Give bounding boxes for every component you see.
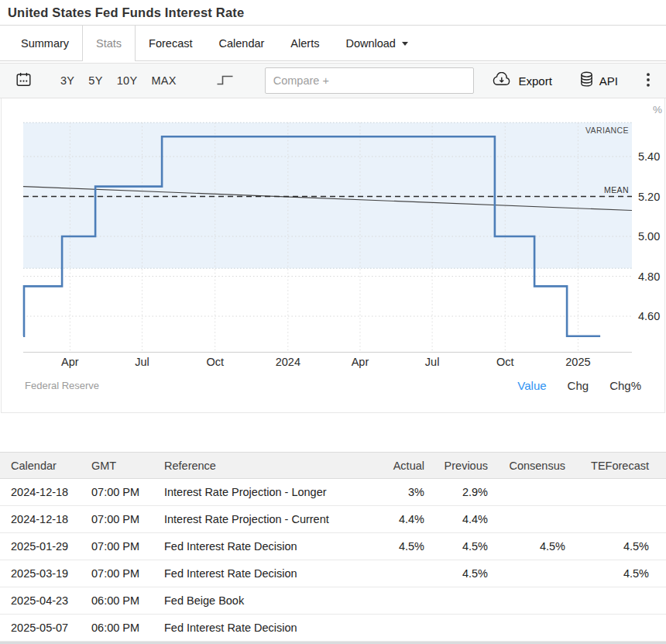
- y-axis-tick-label: 5.40: [638, 150, 660, 163]
- cell-teforecast: [565, 615, 666, 642]
- cell-previous: 4.5%: [424, 533, 488, 560]
- x-axis-tick-label: 2025: [565, 356, 590, 368]
- table-row[interactable]: 2024-12-1807:00 PMInterest Rate Projecti…: [0, 479, 666, 506]
- toolbar-right-group: Export API: [492, 71, 651, 90]
- column-header-gmt[interactable]: GMT: [81, 453, 153, 479]
- cell-gmt: 07:00 PM: [81, 479, 153, 506]
- chart-card: 4.604.805.005.205.40AprJulOct2024AprJulO…: [1, 98, 665, 413]
- more-options-button[interactable]: [646, 72, 651, 90]
- column-header-calendar[interactable]: Calendar: [0, 453, 81, 479]
- table-row[interactable]: 2025-03-1907:00 PMFed Interest Rate Deci…: [0, 560, 666, 587]
- tab-label: Calendar: [219, 37, 265, 50]
- fed-funds-rate-chart[interactable]: 4.604.805.005.205.40AprJulOct2024AprJulO…: [2, 98, 666, 371]
- tab-label: Forecast: [149, 37, 192, 50]
- column-header-consensus[interactable]: Consensus: [488, 453, 565, 479]
- cell-gmt: 06:00 PM: [81, 615, 153, 642]
- tab-label: Alerts: [290, 37, 319, 50]
- cell-consensus: 4.5%: [488, 533, 565, 560]
- range-button-3y[interactable]: 3Y: [53, 70, 81, 91]
- chart-footer: Federal Reserve ValueChgChg%: [2, 371, 664, 392]
- tab-bar: SummaryStatsForecastCalendarAlertsDownlo…: [0, 26, 666, 61]
- column-header-previous[interactable]: Previous: [424, 453, 488, 479]
- tab-calendar[interactable]: Calendar: [206, 26, 278, 60]
- cell-reference: Interest Rate Projection - Current: [153, 506, 378, 533]
- column-header-teforecast[interactable]: TEForecast: [565, 453, 666, 479]
- cell-teforecast: [565, 587, 666, 615]
- column-header-actual[interactable]: Actual: [378, 453, 424, 479]
- calendar-icon: [15, 71, 32, 90]
- chart-mode-chgpct[interactable]: Chg%: [609, 379, 641, 392]
- tab-alerts[interactable]: Alerts: [277, 26, 332, 60]
- export-button[interactable]: Export: [492, 72, 551, 89]
- cell-gmt: 06:00 PM: [81, 587, 153, 615]
- api-button[interactable]: API: [580, 71, 618, 90]
- cell-gmt: 07:00 PM: [81, 533, 153, 560]
- cell-actual: [378, 560, 424, 587]
- page-title: United States Fed Funds Interest Rate: [8, 5, 666, 20]
- cell-calendar: 2025-04-23: [0, 587, 81, 615]
- cell-actual: 4.5%: [378, 533, 424, 560]
- database-icon: [580, 71, 593, 90]
- cell-teforecast: 4.5%: [565, 533, 666, 560]
- cell-previous: 4.5%: [424, 560, 488, 587]
- caret-down-icon: [402, 42, 408, 46]
- tab-stats[interactable]: Stats: [82, 26, 136, 61]
- cell-actual: [378, 587, 424, 615]
- cell-reference: Fed Interest Rate Decision: [153, 533, 378, 560]
- tab-download[interactable]: Download: [332, 26, 421, 60]
- table-row[interactable]: 2025-05-0706:00 PMFed Interest Rate Deci…: [0, 615, 666, 642]
- table-row[interactable]: 2025-04-2306:00 PMFed Beige Book: [0, 587, 666, 615]
- export-label: Export: [518, 74, 551, 88]
- step-line-icon: [216, 74, 234, 88]
- range-buttons: 3Y5Y10YMAX: [53, 70, 184, 91]
- x-axis-tick-label: Oct: [206, 356, 224, 368]
- chart-mode-value[interactable]: Value: [517, 379, 546, 392]
- y-axis-unit-label: %: [653, 104, 662, 115]
- tab-forecast[interactable]: Forecast: [136, 26, 205, 60]
- cell-previous: [424, 587, 488, 615]
- x-axis-tick-label: Apr: [352, 356, 369, 368]
- cell-actual: 4.4%: [378, 506, 424, 533]
- range-button-5y[interactable]: 5Y: [81, 70, 109, 91]
- kebab-menu-icon: [646, 72, 651, 90]
- x-axis-tick-label: 2024: [276, 356, 300, 368]
- cell-teforecast: [565, 479, 666, 506]
- title-bar: United States Fed Funds Interest Rate: [0, 0, 666, 26]
- cell-consensus: [488, 615, 565, 642]
- tab-label: Download: [345, 37, 396, 50]
- cell-calendar: 2024-12-18: [0, 479, 81, 506]
- date-range-picker-button[interactable]: [15, 71, 32, 90]
- chart-mode-chg[interactable]: Chg: [568, 379, 589, 392]
- cell-consensus: [488, 560, 565, 587]
- table-row[interactable]: 2024-12-1807:00 PMInterest Rate Projecti…: [0, 506, 666, 533]
- compare-input[interactable]: [265, 67, 474, 94]
- table-row[interactable]: 2025-01-2907:00 PMFed Interest Rate Deci…: [0, 533, 666, 560]
- cell-reference: Fed Beige Book: [153, 587, 378, 615]
- cell-previous: [424, 615, 488, 642]
- cell-reference: Interest Rate Projection - Longer: [153, 479, 378, 506]
- cell-calendar: 2024-12-18: [0, 506, 81, 533]
- api-label: API: [599, 74, 618, 88]
- cell-reference: Fed Interest Rate Decision: [153, 615, 378, 642]
- cell-gmt: 07:00 PM: [81, 506, 153, 533]
- cell-gmt: 07:00 PM: [81, 560, 153, 587]
- y-axis-tick-label: 4.60: [638, 310, 660, 322]
- table-header-row: CalendarGMTReferenceActualPreviousConsen…: [0, 453, 666, 479]
- cell-consensus: [488, 587, 565, 615]
- y-axis-tick-label: 5.00: [638, 230, 660, 243]
- cell-previous: 2.9%: [424, 479, 488, 506]
- column-header-reference[interactable]: Reference: [153, 453, 378, 479]
- cell-calendar: 2025-03-19: [0, 560, 81, 587]
- range-button-10y[interactable]: 10Y: [110, 70, 145, 91]
- variance-label: VARIANCE: [585, 126, 629, 135]
- chart-toolbar: 3Y5Y10YMAX Export: [0, 63, 666, 98]
- x-axis-tick-label: Apr: [61, 356, 79, 368]
- chart-type-button[interactable]: [216, 74, 234, 88]
- tab-label: Summary: [21, 37, 69, 50]
- x-axis-tick-label: Jul: [135, 356, 149, 368]
- cell-reference: Fed Interest Rate Decision: [153, 560, 378, 587]
- y-axis-tick-label: 4.80: [638, 270, 660, 283]
- x-axis-tick-label: Oct: [496, 356, 514, 368]
- tab-summary[interactable]: Summary: [8, 26, 82, 60]
- range-button-max[interactable]: MAX: [144, 70, 183, 91]
